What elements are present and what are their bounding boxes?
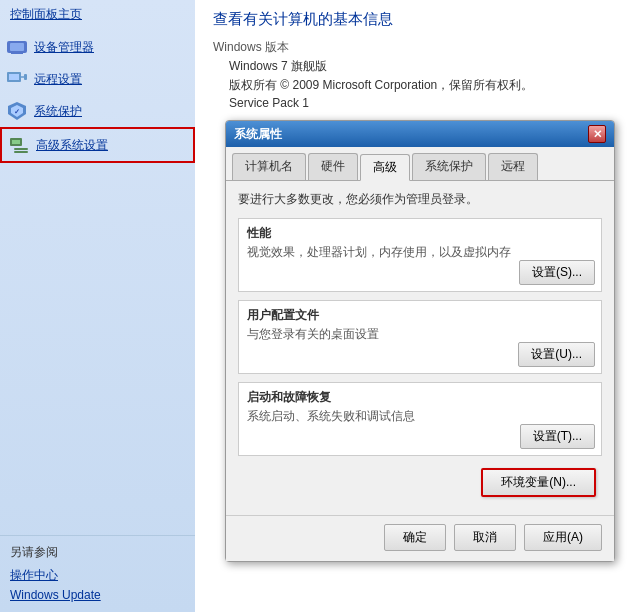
windows-update-link[interactable]: Windows Update (10, 586, 185, 604)
svg-rect-7 (24, 74, 27, 80)
apply-button[interactable]: 应用(A) (524, 524, 602, 551)
sidebar-bottom: 另请参阅 操作中心 Windows Update (0, 535, 195, 612)
windows-version-label: Windows 版本 (213, 39, 612, 56)
performance-section: 性能 视觉效果，处理器计划，内存使用，以及虚拟内存 设置(S)... (238, 218, 602, 292)
page-title: 查看有关计算机的基本信息 (213, 10, 612, 29)
windows-edition: Windows 7 旗舰版 (229, 58, 612, 75)
svg-rect-5 (9, 74, 19, 80)
svg-rect-3 (11, 53, 23, 54)
sidebar-item-label-advanced-settings: 高级系统设置 (36, 137, 108, 154)
svg-rect-1 (10, 43, 24, 51)
cancel-button[interactable]: 取消 (454, 524, 516, 551)
device-manager-icon (6, 36, 28, 58)
startup-recovery-section-desc: 系统启动、系统失败和调试信息 (247, 408, 593, 425)
dialog-close-button[interactable]: ✕ (588, 125, 606, 143)
sidebar-item-device-manager[interactable]: 设备管理器 (0, 31, 195, 63)
sidebar-nav: 设备管理器 远程设置 ✓ 系统保 (0, 27, 195, 535)
tab-system-protection[interactable]: 系统保护 (412, 153, 486, 180)
windows-service-pack: Service Pack 1 (229, 96, 612, 110)
sidebar-item-remote-settings[interactable]: 远程设置 (0, 63, 195, 95)
svg-rect-12 (12, 140, 20, 144)
sidebar-item-label-remote-settings: 远程设置 (34, 71, 82, 88)
tab-bar: 计算机名 硬件 高级 系统保护 远程 (226, 147, 614, 181)
tab-remote[interactable]: 远程 (488, 153, 538, 180)
startup-recovery-settings-button[interactable]: 设置(T)... (520, 424, 595, 449)
dialog-title: 系统属性 (234, 126, 282, 143)
startup-recovery-section-name: 启动和故障恢复 (247, 389, 593, 406)
user-profiles-settings-button[interactable]: 设置(U)... (518, 342, 595, 367)
dialog-info-text: 要进行大多数更改，您必须作为管理员登录。 (238, 191, 602, 208)
performance-section-name: 性能 (247, 225, 593, 242)
startup-recovery-section: 启动和故障恢复 系统启动、系统失败和调试信息 设置(T)... (238, 382, 602, 456)
system-protection-icon: ✓ (6, 100, 28, 122)
sidebar-item-system-protection[interactable]: ✓ 系统保护 (0, 95, 195, 127)
tab-computer-name[interactable]: 计算机名 (232, 153, 306, 180)
svg-rect-14 (14, 151, 28, 153)
sidebar-bottom-title: 另请参阅 (10, 544, 185, 561)
main-content: 查看有关计算机的基本信息 Windows 版本 Windows 7 旗舰版 版权… (195, 0, 630, 612)
sidebar-item-label-system-protection: 系统保护 (34, 103, 82, 120)
tab-advanced[interactable]: 高级 (360, 154, 410, 181)
control-panel-home-link[interactable]: 控制面板主页 (0, 0, 195, 27)
sidebar: 控制面板主页 设备管理器 (0, 0, 195, 612)
environment-variables-button[interactable]: 环境变量(N)... (481, 468, 596, 497)
windows-copyright: 版权所有 © 2009 Microsoft Corporation，保留所有权利… (229, 77, 612, 94)
dialog-titlebar: 系统属性 ✕ (226, 121, 614, 147)
user-profiles-section-desc: 与您登录有关的桌面设置 (247, 326, 593, 343)
svg-text:✓: ✓ (14, 108, 20, 115)
action-center-link[interactable]: 操作中心 (10, 565, 185, 586)
dialog-footer: 确定 取消 应用(A) (226, 515, 614, 561)
performance-settings-button[interactable]: 设置(S)... (519, 260, 595, 285)
svg-rect-13 (14, 148, 28, 150)
sidebar-item-label-device-manager: 设备管理器 (34, 39, 94, 56)
system-properties-dialog: 系统属性 ✕ 计算机名 硬件 高级 系统保护 远程 要进行大多数更改，您必须作为… (225, 120, 615, 562)
sidebar-item-advanced-settings[interactable]: 高级系统设置 (0, 127, 195, 163)
advanced-settings-icon (8, 134, 30, 156)
env-var-row: 环境变量(N)... (238, 464, 602, 501)
user-profiles-section: 用户配置文件 与您登录有关的桌面设置 设置(U)... (238, 300, 602, 374)
tab-hardware[interactable]: 硬件 (308, 153, 358, 180)
ok-button[interactable]: 确定 (384, 524, 446, 551)
remote-settings-icon (6, 68, 28, 90)
dialog-body: 要进行大多数更改，您必须作为管理员登录。 性能 视觉效果，处理器计划，内存使用，… (226, 181, 614, 515)
user-profiles-section-name: 用户配置文件 (247, 307, 593, 324)
performance-section-desc: 视觉效果，处理器计划，内存使用，以及虚拟内存 (247, 244, 593, 261)
